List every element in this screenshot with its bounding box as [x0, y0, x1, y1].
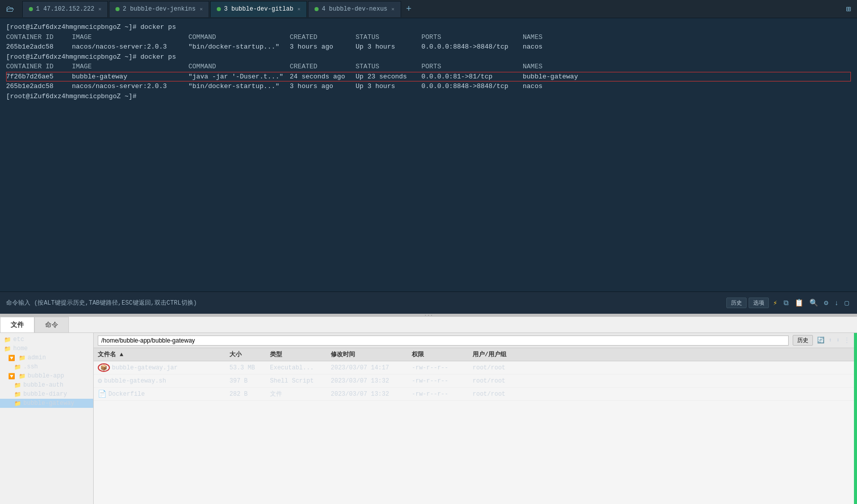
history-button[interactable]: 历史 — [726, 298, 747, 308]
file-perms-dockerfile: -rw-r--r-- — [408, 389, 469, 400]
admin-folder-icon: 🔽 📁 — [8, 355, 26, 361]
tree-item-etc[interactable]: 📁 etc — [0, 335, 93, 344]
terminal-row-ps2-nacos: 265b1e2adc58 nacos/nacos-server:2.0.3 "b… — [6, 81, 851, 92]
tree-item-admin[interactable]: 🔽 📁 admin — [0, 353, 93, 362]
tree-item-bubble-gateway[interactable]: 📁 bubble-gateway — [0, 399, 93, 408]
file-type-dockerfile: 文件 — [266, 388, 327, 400]
tab-dot-4 — [315, 7, 319, 11]
bubble-diary-folder-icon: 📁 — [14, 391, 21, 398]
path-history-btn[interactable]: 历史 — [793, 335, 813, 346]
file-perms-sh: -rw-r--r-- — [408, 375, 469, 387]
jar-circle-icon: 📦 — [98, 363, 110, 372]
ps1-nacos-image: nacos/nacos-server:2.0.3 — [72, 42, 188, 52]
file-manager: 📁 etc 📁 home 🔽 📁 admin 📁 .ssh 🔽 📁 bubble… — [0, 333, 857, 504]
file-label-dockerfile: Dockerfile — [108, 391, 145, 398]
tab-close-2[interactable]: ✕ — [200, 6, 203, 12]
tab-files[interactable]: 文件 — [0, 317, 34, 332]
ps1-nacos-created: 3 hours ago — [290, 42, 356, 52]
col-header-modified[interactable]: 修改时间 — [327, 348, 408, 361]
col-header-size[interactable]: 大小 — [225, 348, 266, 361]
col-header-image-1: IMAGE — [72, 32, 188, 43]
col-header-command-1: COMMAND — [188, 32, 290, 43]
ps1-nacos-status: Up 3 hours — [356, 42, 421, 52]
terminal-prompt-final: [root@iZuf6dxz4hmgnmcicpbngoZ ~]# — [6, 92, 851, 102]
tree-item-bubble-diary[interactable]: 📁 bubble-diary — [0, 390, 93, 399]
file-name-dockerfile: 📄 Dockerfile — [94, 388, 225, 400]
ps2-nacos-ports: 0.0.0.0:8848->8848/tcp — [421, 81, 523, 92]
tree-label-ssh: .ssh — [23, 363, 38, 370]
file-rows: 📦 bubble-gateway.jar 53.3 MB Executabl..… — [94, 361, 854, 504]
right-edge-accent — [854, 333, 857, 504]
window-icon[interactable]: ▢ — [843, 299, 851, 307]
file-path-bar: 历史 🔄 ⬆ ⬇ ⋮ — [94, 333, 854, 348]
col-header-status-2: STATUS — [356, 62, 421, 72]
dockerfile-icon: 📄 — [98, 390, 106, 398]
upload-icon[interactable]: ⬆ — [829, 337, 832, 344]
ps2-nacos-image: nacos/nacos-server:2.0.3 — [72, 81, 188, 92]
file-row-jar[interactable]: 📦 bubble-gateway.jar 53.3 MB Executabl..… — [94, 361, 854, 374]
tab-3[interactable]: 3 bubble-dev-gitlab ✕ — [210, 1, 307, 17]
col-header-owner[interactable]: 用户/用户组 — [469, 348, 529, 361]
ps1-nacos-names: nacos — [523, 42, 604, 52]
tab-grid-icon[interactable]: ⊞ — [846, 4, 855, 14]
file-cmd-tabs: 文件 命令 — [0, 317, 857, 333]
ps2-gw-command: "java -jar '-Duser.t..." — [188, 72, 290, 82]
terminal-row-ps1-nacos: 265b1e2adc58 nacos/nacos-server:2.0.3 "b… — [6, 42, 851, 52]
refresh-icon[interactable]: 🔄 — [817, 337, 825, 344]
tree-label-bubble-app: bubble-app — [28, 372, 64, 380]
file-modified-jar: 2023/03/07 14:17 — [327, 362, 408, 373]
folder-icon-btn[interactable]: 🗁 — [2, 3, 18, 16]
tab-1[interactable]: 1 47.102.152.222 ✕ — [22, 1, 108, 17]
tab-close-1[interactable]: ✕ — [98, 6, 101, 12]
tab-commands[interactable]: 命令 — [34, 317, 69, 332]
file-path-input[interactable] — [98, 335, 789, 346]
ps1-nacos-container-id: 265b1e2adc58 — [6, 42, 72, 52]
copy-icon[interactable]: ⧉ — [782, 299, 791, 307]
col-header-perms[interactable]: 权限 — [408, 348, 469, 361]
ps2-nacos-command: "bin/docker-startup..." — [188, 81, 290, 92]
tab-dot-1 — [29, 7, 33, 11]
file-label-jar: bubble-gateway.jar — [112, 364, 178, 371]
ps2-gw-names: bubble-gateway — [523, 72, 604, 82]
tab-add-button[interactable]: + — [402, 2, 416, 16]
download-icon[interactable]: ↓ — [832, 299, 840, 307]
col-header-container-id-2: CONTAINER ID — [6, 62, 72, 72]
file-type-jar: Executabl... — [266, 362, 327, 373]
tab-close-3[interactable]: ✕ — [297, 6, 300, 12]
tab-2[interactable]: 2 bubble-dev-jenkins ✕ — [109, 1, 209, 17]
file-size-sh: 397 B — [225, 375, 266, 387]
tree-item-bubble-auth[interactable]: 📁 bubble-auth — [0, 381, 93, 390]
gear-icon[interactable]: ⚙ — [822, 299, 830, 307]
etc-folder-icon: 📁 — [4, 337, 11, 343]
tab-4[interactable]: 4 bubble-dev-nexus ✕ — [308, 1, 401, 17]
clipboard-icon[interactable]: 📋 — [793, 299, 805, 307]
tree-label-bubble-gateway: bubble-gateway — [23, 400, 74, 407]
download-file-icon[interactable]: ⬇ — [836, 337, 840, 344]
col-header-type[interactable]: 类型 — [266, 348, 327, 361]
file-panel: 历史 🔄 ⬆ ⬇ ⋮ 文件名 ▲ 大小 类型 修改时间 权限 用户/用户组 📦 … — [94, 333, 854, 504]
more-icon[interactable]: ⋮ — [844, 337, 850, 344]
file-row-sh[interactable]: ⚙ bubble-gateway.sh 397 B Shell Script 2… — [94, 374, 854, 388]
tab-label-4: 4 bubble-dev-nexus — [322, 6, 387, 13]
file-owner-jar: root/root — [469, 362, 529, 373]
tree-item-ssh[interactable]: 📁 .ssh — [0, 362, 93, 371]
terminal: [root@iZuf6dxz4hmgnmcicpbngoZ ~]# docker… — [0, 18, 857, 291]
sh-file-icon: ⚙ — [98, 376, 102, 385]
col-header-created-1: CREATED — [290, 32, 356, 43]
tab-label-1: 1 47.102.152.222 — [36, 6, 94, 13]
bubble-gateway-folder-icon: 📁 — [14, 400, 21, 407]
file-size-jar: 53.3 MB — [225, 362, 266, 373]
col-header-command-2: COMMAND — [188, 62, 290, 72]
ps2-gw-status: Up 23 seconds — [356, 72, 421, 82]
col-header-ports-1: PORTS — [421, 32, 523, 43]
tree-item-bubble-app[interactable]: 🔽 📁 bubble-app — [0, 371, 93, 381]
tree-label-etc: etc — [13, 336, 24, 343]
col-header-name[interactable]: 文件名 ▲ — [94, 348, 225, 361]
tree-item-home[interactable]: 📁 home — [0, 344, 93, 353]
search-icon[interactable]: 🔍 — [807, 299, 820, 307]
options-button[interactable]: 选项 — [749, 298, 769, 308]
tab-close-4[interactable]: ✕ — [392, 6, 395, 12]
file-row-dockerfile[interactable]: 📄 Dockerfile 282 B 文件 2023/03/07 13:32 -… — [94, 388, 854, 401]
lightning-icon[interactable]: ⚡ — [771, 299, 779, 307]
tree-label-bubble-diary: bubble-diary — [23, 391, 67, 398]
